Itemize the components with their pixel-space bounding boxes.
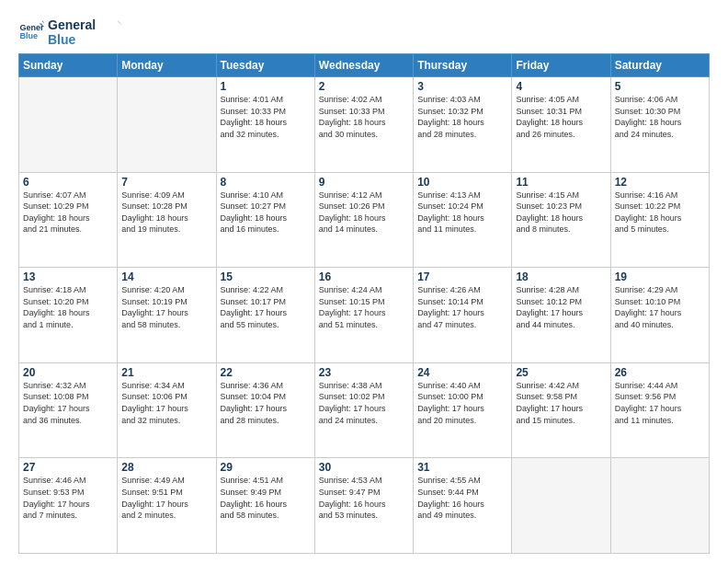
day-number: 17	[417, 270, 507, 283]
logo-icon: General Blue	[18, 18, 44, 44]
calendar-week-3: 13Sunrise: 4:18 AM Sunset: 10:20 PM Dayl…	[19, 268, 710, 363]
day-number: 12	[615, 176, 705, 189]
day-info: Sunrise: 4:46 AM Sunset: 9:53 PM Dayligh…	[23, 475, 113, 521]
calendar-cell: 30Sunrise: 4:53 AM Sunset: 9:47 PM Dayli…	[314, 458, 413, 554]
day-number: 8	[221, 176, 311, 189]
calendar-cell: 10Sunrise: 4:13 AM Sunset: 10:24 PM Dayl…	[414, 172, 512, 268]
day-info: Sunrise: 4:36 AM Sunset: 10:04 PM Daylig…	[221, 380, 311, 426]
header-row: SundayMondayTuesdayWednesdayThursdayFrid…	[19, 54, 710, 77]
day-number: 26	[615, 366, 705, 379]
calendar-cell: 27Sunrise: 4:46 AM Sunset: 9:53 PM Dayli…	[19, 458, 118, 554]
calendar-cell: 28Sunrise: 4:49 AM Sunset: 9:51 PM Dayli…	[118, 458, 216, 554]
calendar-cell: 19Sunrise: 4:29 AM Sunset: 10:10 PM Dayl…	[610, 268, 709, 363]
day-number: 2	[319, 80, 409, 93]
day-info: Sunrise: 4:49 AM Sunset: 9:51 PM Dayligh…	[121, 475, 211, 521]
day-info: Sunrise: 4:44 AM Sunset: 9:56 PM Dayligh…	[615, 380, 705, 426]
day-info: Sunrise: 4:29 AM Sunset: 10:10 PM Daylig…	[615, 284, 705, 330]
day-number: 9	[319, 176, 409, 189]
calendar-cell: 17Sunrise: 4:26 AM Sunset: 10:14 PM Dayl…	[414, 268, 512, 363]
svg-text:Blue: Blue	[19, 31, 38, 40]
day-info: Sunrise: 4:53 AM Sunset: 9:47 PM Dayligh…	[319, 475, 409, 521]
calendar-cell: 20Sunrise: 4:32 AM Sunset: 10:08 PM Dayl…	[19, 362, 118, 458]
day-number: 22	[221, 366, 311, 379]
calendar-cell: 5Sunrise: 4:06 AM Sunset: 10:30 PM Dayli…	[610, 77, 709, 173]
day-info: Sunrise: 4:42 AM Sunset: 9:58 PM Dayligh…	[516, 380, 606, 426]
day-info: Sunrise: 4:55 AM Sunset: 9:44 PM Dayligh…	[417, 475, 507, 521]
calendar-cell: 21Sunrise: 4:34 AM Sunset: 10:06 PM Dayl…	[118, 362, 216, 458]
day-number: 4	[516, 80, 606, 93]
day-number: 3	[417, 80, 507, 93]
day-info: Sunrise: 4:32 AM Sunset: 10:08 PM Daylig…	[23, 380, 113, 426]
day-info: Sunrise: 4:15 AM Sunset: 10:23 PM Daylig…	[516, 190, 606, 236]
calendar-cell: 6Sunrise: 4:07 AM Sunset: 10:29 PM Dayli…	[19, 172, 118, 268]
calendar-table: SundayMondayTuesdayWednesdayThursdayFrid…	[18, 53, 710, 554]
calendar-header-wednesday: Wednesday	[314, 54, 413, 77]
day-info: Sunrise: 4:40 AM Sunset: 10:00 PM Daylig…	[417, 380, 507, 426]
day-number: 11	[516, 176, 606, 189]
day-number: 10	[417, 176, 507, 189]
day-info: Sunrise: 4:38 AM Sunset: 10:02 PM Daylig…	[319, 380, 409, 426]
day-number: 6	[23, 176, 113, 189]
day-info: Sunrise: 4:07 AM Sunset: 10:29 PM Daylig…	[23, 190, 113, 236]
day-number: 1	[221, 80, 311, 93]
day-number: 31	[417, 461, 507, 474]
day-number: 15	[221, 270, 311, 283]
day-info: Sunrise: 4:20 AM Sunset: 10:19 PM Daylig…	[121, 284, 211, 330]
day-info: Sunrise: 4:26 AM Sunset: 10:14 PM Daylig…	[417, 284, 507, 330]
day-info: Sunrise: 4:10 AM Sunset: 10:27 PM Daylig…	[221, 190, 311, 236]
day-info: Sunrise: 4:51 AM Sunset: 9:49 PM Dayligh…	[221, 475, 311, 521]
calendar-week-2: 6Sunrise: 4:07 AM Sunset: 10:29 PM Dayli…	[19, 172, 710, 268]
day-number: 18	[516, 270, 606, 283]
day-info: Sunrise: 4:03 AM Sunset: 10:32 PM Daylig…	[417, 94, 507, 140]
day-info: Sunrise: 4:24 AM Sunset: 10:15 PM Daylig…	[319, 284, 409, 330]
logo: General Blue General Blue	[18, 15, 103, 48]
calendar-cell: 13Sunrise: 4:18 AM Sunset: 10:20 PM Dayl…	[19, 268, 118, 363]
calendar-header-saturday: Saturday	[610, 54, 709, 77]
day-number: 5	[615, 80, 705, 93]
day-number: 28	[121, 461, 211, 474]
day-info: Sunrise: 4:06 AM Sunset: 10:30 PM Daylig…	[615, 94, 705, 140]
calendar-cell: 18Sunrise: 4:28 AM Sunset: 10:12 PM Dayl…	[512, 268, 610, 363]
calendar-cell: 15Sunrise: 4:22 AM Sunset: 10:17 PM Dayl…	[216, 268, 314, 363]
day-number: 27	[23, 461, 113, 474]
day-info: Sunrise: 4:12 AM Sunset: 10:26 PM Daylig…	[319, 190, 409, 236]
calendar-week-1: 1Sunrise: 4:01 AM Sunset: 10:33 PM Dayli…	[19, 77, 710, 173]
calendar-week-4: 20Sunrise: 4:32 AM Sunset: 10:08 PM Dayl…	[19, 362, 710, 458]
calendar-header-friday: Friday	[512, 54, 610, 77]
day-info: Sunrise: 4:01 AM Sunset: 10:33 PM Daylig…	[221, 94, 311, 140]
calendar-cell: 24Sunrise: 4:40 AM Sunset: 10:00 PM Dayl…	[414, 362, 512, 458]
calendar-cell	[610, 458, 709, 554]
calendar-cell: 1Sunrise: 4:01 AM Sunset: 10:33 PM Dayli…	[216, 77, 314, 173]
calendar-cell: 22Sunrise: 4:36 AM Sunset: 10:04 PM Dayl…	[216, 362, 314, 458]
day-number: 25	[516, 366, 606, 379]
day-number: 24	[417, 366, 507, 379]
calendar-week-5: 27Sunrise: 4:46 AM Sunset: 9:53 PM Dayli…	[19, 458, 710, 554]
day-number: 16	[319, 270, 409, 283]
calendar-cell: 2Sunrise: 4:02 AM Sunset: 10:33 PM Dayli…	[314, 77, 413, 173]
day-info: Sunrise: 4:18 AM Sunset: 10:20 PM Daylig…	[23, 284, 113, 330]
svg-marker-7	[118, 20, 121, 27]
calendar-cell: 8Sunrise: 4:10 AM Sunset: 10:27 PM Dayli…	[216, 172, 314, 268]
calendar-cell: 3Sunrise: 4:03 AM Sunset: 10:32 PM Dayli…	[414, 77, 512, 173]
calendar-cell: 12Sunrise: 4:16 AM Sunset: 10:22 PM Dayl…	[610, 172, 709, 268]
day-number: 13	[23, 270, 113, 283]
calendar-header-thursday: Thursday	[414, 54, 512, 77]
calendar-cell: 11Sunrise: 4:15 AM Sunset: 10:23 PM Dayl…	[512, 172, 610, 268]
calendar-cell: 14Sunrise: 4:20 AM Sunset: 10:19 PM Dayl…	[118, 268, 216, 363]
day-info: Sunrise: 4:16 AM Sunset: 10:22 PM Daylig…	[615, 190, 705, 236]
day-number: 21	[121, 366, 211, 379]
calendar-cell	[118, 77, 216, 173]
calendar-header-tuesday: Tuesday	[216, 54, 314, 77]
day-info: Sunrise: 4:13 AM Sunset: 10:24 PM Daylig…	[417, 190, 507, 236]
svg-text:General: General	[48, 17, 96, 32]
day-number: 14	[121, 270, 211, 283]
calendar-cell: 26Sunrise: 4:44 AM Sunset: 9:56 PM Dayli…	[610, 362, 709, 458]
calendar-cell	[512, 458, 610, 554]
day-info: Sunrise: 4:09 AM Sunset: 10:28 PM Daylig…	[121, 190, 211, 236]
calendar-cell: 29Sunrise: 4:51 AM Sunset: 9:49 PM Dayli…	[216, 458, 314, 554]
page: General Blue General Blue	[0, 0, 728, 563]
day-info: Sunrise: 4:28 AM Sunset: 10:12 PM Daylig…	[516, 284, 606, 330]
day-info: Sunrise: 4:22 AM Sunset: 10:17 PM Daylig…	[221, 284, 311, 330]
header: General Blue General Blue	[18, 15, 710, 48]
day-number: 23	[319, 366, 409, 379]
